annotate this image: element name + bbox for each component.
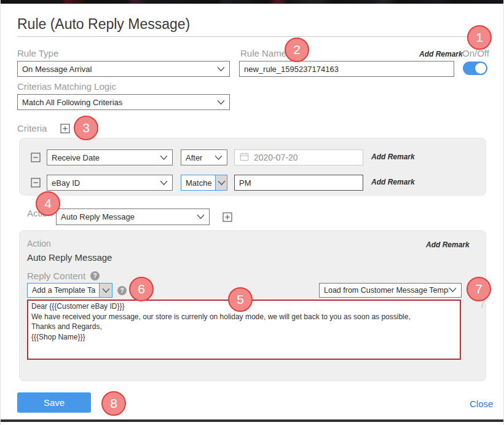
callout-6: 6 [129, 277, 154, 301]
add-action-button[interactable] [222, 212, 232, 224]
criteria-date-value: 2020-07-20 [254, 153, 298, 162]
on-off-label: On/Off [462, 48, 489, 58]
toggle-knob [475, 63, 486, 74]
rule-type-label: Rule Type [17, 48, 58, 58]
criteria-value-input[interactable] [234, 175, 363, 191]
callout-3: 3 [74, 116, 98, 140]
criteria-add-remark-link[interactable]: Add Remark [371, 153, 415, 161]
action-add-remark-link[interactable]: Add Remark [426, 240, 470, 249]
chevron-down-icon [99, 284, 112, 297]
criteria-field-select[interactable]: Receive Date [47, 149, 173, 165]
criteria-add-remark-link[interactable]: Add Remark [371, 178, 415, 186]
close-link[interactable]: Close [470, 399, 493, 409]
criteria-operator-select[interactable]: After [181, 149, 227, 165]
reply-content-label: Reply Content [27, 271, 85, 281]
rule-name-label: Rule Name [240, 48, 286, 58]
criteria-field-select[interactable]: eBay ID [47, 175, 173, 191]
dialog-title: Rule (Auto Reply Message) [17, 16, 190, 33]
title-divider [17, 36, 488, 37]
add-criteria-button[interactable] [60, 124, 70, 136]
callout-5: 5 [228, 287, 253, 312]
chevron-down-icon [449, 286, 457, 295]
chevron-down-icon [217, 65, 225, 74]
action-select[interactable]: Auto Reply Message [56, 209, 210, 225]
remove-icon [31, 153, 41, 165]
template-tag-value: Add a Template Tag [32, 286, 95, 295]
chevron-down-icon [215, 175, 227, 190]
rule-name-input[interactable] [239, 61, 454, 77]
matching-logic-label: Criterias Matching Logic [17, 81, 116, 92]
action-panel-label: Action [27, 239, 51, 248]
criteria-operator-value: Matches [186, 178, 211, 188]
help-icon[interactable] [90, 271, 100, 280]
remove-icon [31, 178, 41, 190]
add-icon [222, 212, 232, 224]
chevron-down-icon [217, 98, 225, 107]
remove-criteria-button[interactable] [31, 153, 41, 165]
on-off-toggle[interactable] [463, 62, 487, 75]
load-template-select[interactable]: Load from Customer Message Template [319, 283, 462, 298]
rule-add-remark-link[interactable]: Add Remark [419, 50, 463, 58]
rule-type-select[interactable]: On Message Arrival [17, 61, 230, 77]
rule-type-value: On Message Arrival [22, 65, 92, 74]
criteria-date-input[interactable]: 2020-07-20 [234, 149, 363, 165]
criteria-field-value: Receive Date [52, 153, 100, 162]
callout-2: 2 [285, 38, 309, 62]
callout-8: 8 [101, 391, 126, 416]
criteria-operator-value: After [186, 153, 202, 162]
dialog-bottom-edge [1, 419, 504, 422]
action-name: Auto Reply Message [27, 252, 112, 263]
load-template-value: Load from Customer Message Template [324, 286, 449, 295]
criteria-field-value: eBay ID [52, 178, 80, 188]
matching-logic-value: Match All Following Criterias [22, 98, 122, 107]
criteria-label: Criteria [17, 123, 47, 133]
help-icon[interactable] [117, 286, 127, 295]
criteria-operator-select[interactable]: Matches [181, 175, 227, 191]
chevron-down-icon [215, 153, 222, 162]
callout-4: 4 [36, 191, 60, 216]
template-tag-select[interactable]: Add a Template Tag [27, 283, 112, 298]
callout-1: 1 [467, 25, 492, 50]
rule-dialog: Rule (Auto Reply Message) Rule Type Rule… [0, 0, 504, 425]
calendar-icon [240, 152, 249, 163]
matching-logic-select[interactable]: Match All Following Criterias [17, 94, 230, 110]
chevron-down-icon [197, 212, 205, 221]
add-icon [60, 124, 70, 136]
chevron-down-icon [160, 153, 168, 162]
action-select-value: Auto Reply Message [61, 212, 135, 221]
chevron-down-icon [160, 178, 168, 188]
callout-7: 7 [467, 277, 491, 301]
remove-criteria-button[interactable] [31, 178, 41, 190]
save-button[interactable]: Save [17, 392, 91, 413]
background-page-strip [1, 0, 504, 4]
